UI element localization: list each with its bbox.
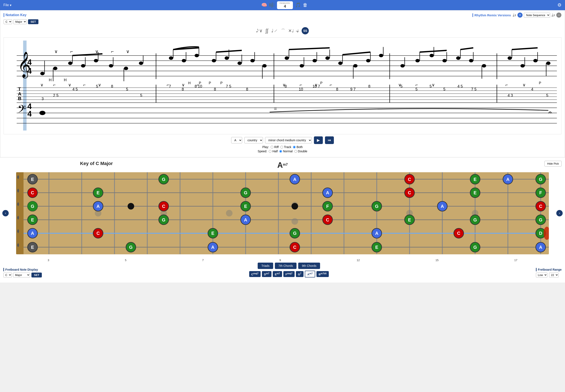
svg-text:C: C: [31, 191, 34, 195]
cmaj7-button[interactable]: Cmaj7: [249, 271, 261, 277]
downbow-1: ∨: [40, 83, 43, 87]
ninth-chords-button[interactable]: 9th Chords: [298, 263, 320, 269]
triads-button[interactable]: Triads: [258, 263, 273, 269]
bm7b5-button[interactable]: Bm7b5: [317, 271, 329, 277]
svg-text:C: C: [162, 204, 165, 209]
music-icon-button[interactable]: 🎵: [295, 2, 301, 8]
svg-text:A: A: [97, 204, 100, 209]
svg-text:G: G: [293, 231, 297, 236]
svg-point-38: [139, 61, 143, 65]
svg-point-77: [400, 64, 405, 68]
normal-radio-label[interactable]: Normal: [279, 150, 292, 153]
track-radio-label[interactable]: Track: [280, 145, 291, 149]
chord-display: Am7: [189, 161, 376, 170]
double-radio[interactable]: [294, 150, 297, 153]
seventh-chords-button[interactable]: 7th Chords: [275, 263, 296, 269]
svg-text:E: E: [211, 231, 214, 236]
downbow-3: ∨: [98, 83, 101, 87]
mute-icon[interactable]: ♩̶: [297, 28, 299, 33]
tab-m4-2: 5: [415, 87, 418, 91]
tab-m3-5: 9 7: [350, 87, 356, 91]
rest-icon[interactable]: ♩⟋: [271, 28, 278, 33]
tab-m5-3: 5: [546, 93, 548, 98]
svg-point-89: [482, 64, 486, 68]
range-high-select[interactable]: 22: [549, 273, 559, 278]
fretboard-wrapper: ‹: [10, 172, 555, 254]
svg-point-97: [533, 59, 538, 62]
half-radio[interactable]: [269, 150, 272, 153]
add-rhythm-button[interactable]: +: [518, 13, 522, 18]
curve-icon[interactable]: ⌒: [281, 28, 285, 34]
x-note-icon[interactable]: ✕♩: [288, 28, 294, 33]
note-sequence-select[interactable]: Note Sequence: [524, 13, 550, 18]
downbow-10: ∨: [522, 83, 526, 87]
svg-text:G: G: [539, 217, 542, 222]
measures-count: 4: [279, 4, 290, 9]
normal-radio[interactable]: [279, 150, 282, 153]
both-radio[interactable]: [293, 146, 296, 149]
bow-1: ∨: [54, 49, 58, 54]
settings-icon-button[interactable]: ⚙: [557, 2, 562, 8]
svg-text:G: G: [375, 204, 379, 209]
fmaj7-button[interactable]: Fmaj7: [283, 271, 295, 277]
chord-root: A: [277, 161, 283, 169]
dm7-button[interactable]: Dm7: [262, 271, 272, 277]
fret-nav-left-button[interactable]: ‹: [2, 210, 9, 216]
pattern-dropdown[interactable]: minor chord medium country: [265, 137, 312, 143]
svg-point-36: [124, 67, 128, 70]
tab-m3-6: 8: [368, 84, 370, 88]
downbow-7: ∨: [315, 83, 318, 87]
hide-pick-button[interactable]: Hide Pick: [544, 161, 562, 167]
downbow-2: ∨: [68, 83, 71, 87]
am7-button[interactable]: Am7: [305, 271, 315, 278]
style-dropdown[interactable]: country: [244, 137, 263, 143]
svg-point-45: [195, 54, 199, 57]
svg-text:F: F: [326, 204, 329, 209]
fretboard-set-button[interactable]: SET: [31, 273, 42, 278]
play-button[interactable]: ▶: [314, 136, 323, 144]
em7-button[interactable]: Em7: [273, 271, 282, 277]
sheet-music-svg: 𝄞 4 4 𝄢 4 4 T A B: [4, 38, 561, 133]
half-radio-label[interactable]: Half: [269, 150, 278, 153]
svg-text:G: G: [162, 217, 166, 222]
fretboard-mode-select[interactable]: Major: [13, 273, 30, 278]
slur-icon[interactable]: ∫∫: [265, 28, 268, 34]
double-radio-label[interactable]: Double: [294, 150, 307, 153]
rewind-button[interactable]: ⏮: [325, 136, 334, 144]
tab-m5-2: 4: [531, 87, 533, 91]
svg-text:A: A: [293, 177, 296, 182]
svg-text:E: E: [31, 217, 34, 222]
g7-button[interactable]: G7: [296, 271, 304, 277]
svg-text:G: G: [473, 217, 477, 222]
fret-num-9: 9: [279, 259, 281, 262]
p-2: P: [209, 81, 211, 85]
downbow-5: ⌐: [197, 83, 199, 87]
delete-icon-button[interactable]: 🗑: [303, 2, 307, 8]
both-radio-label[interactable]: Both: [293, 145, 303, 149]
notation-set-button[interactable]: SET: [28, 19, 38, 24]
track-radio[interactable]: [280, 146, 283, 149]
guitar-pick-icon[interactable]: SS: [302, 27, 309, 34]
fret-nav-right-button[interactable]: ›: [556, 210, 563, 216]
brain-icon-button[interactable]: 🧠: [261, 2, 267, 8]
mode-select[interactable]: Major: [13, 19, 27, 24]
riff-radio[interactable]: [271, 146, 273, 149]
key-dropdown[interactable]: A: [231, 137, 242, 143]
rhythm-remix-title: Rhythm Remix Versions: [472, 13, 511, 17]
remove-rhythm-button[interactable]: −: [556, 13, 561, 18]
remix-icon-button[interactable]: 🎼: [269, 2, 275, 8]
key-select[interactable]: C: [4, 19, 12, 24]
music-note2-icon: ♩♪: [551, 13, 555, 17]
svg-rect-224: [16, 172, 24, 254]
rhythm-controls: ♩♪ + Note Sequence ♩♪ −: [513, 13, 561, 18]
range-low-select[interactable]: Low: [536, 273, 547, 278]
file-menu-button[interactable]: File ▾: [3, 3, 12, 7]
down-bow-icon[interactable]: ∨: [259, 28, 262, 33]
hide-pick-container: Hide Pick: [376, 161, 562, 167]
svg-line-57: [173, 48, 199, 49]
svg-text:G: G: [162, 177, 166, 182]
fretboard-key-select[interactable]: C: [3, 273, 12, 278]
svg-point-95: [521, 64, 525, 68]
riff-radio-label[interactable]: Riff: [271, 145, 279, 149]
tab-5-2: 5: [126, 87, 128, 91]
